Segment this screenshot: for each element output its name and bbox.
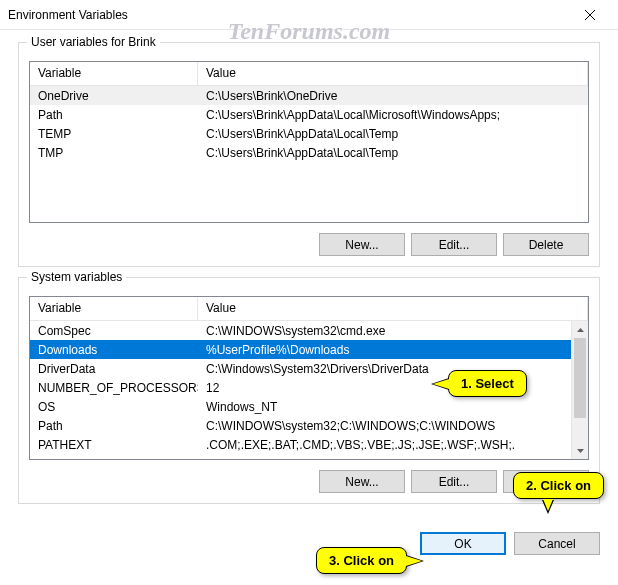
cell-variable: OneDrive xyxy=(30,88,198,104)
cell-variable: TEMP xyxy=(30,126,198,142)
cell-value: C:\Users\Brink\AppData\Local\Temp xyxy=(198,126,588,142)
system-button-row: New... Edit... Delete xyxy=(29,470,589,493)
cell-value: C:\Users\Brink\OneDrive xyxy=(198,88,588,104)
window-title: Environment Variables xyxy=(8,8,570,22)
user-variables-group: User variables for Brink Variable Value … xyxy=(18,42,600,267)
cancel-button[interactable]: Cancel xyxy=(514,532,600,555)
cell-variable: PATHEXT xyxy=(30,437,198,453)
column-header-variable[interactable]: Variable xyxy=(30,62,198,85)
cell-value: C:\WINDOWS\system32;C:\WINDOWS;C:\WINDOW… xyxy=(198,418,588,434)
cell-value: Windows_NT xyxy=(198,399,588,415)
list-row[interactable]: TMP C:\Users\Brink\AppData\Local\Temp xyxy=(30,143,588,162)
ok-button[interactable]: OK xyxy=(420,532,506,555)
system-edit-button[interactable]: Edit... xyxy=(411,470,497,493)
close-icon xyxy=(585,10,595,20)
scroll-thumb[interactable] xyxy=(574,338,586,418)
dialog-button-row: OK Cancel xyxy=(0,528,618,555)
scrollbar[interactable] xyxy=(571,321,588,459)
list-row[interactable]: ComSpec C:\WINDOWS\system32\cmd.exe xyxy=(30,321,588,340)
scroll-down-button[interactable] xyxy=(572,442,589,459)
list-row[interactable]: Path C:\WINDOWS\system32;C:\WINDOWS;C:\W… xyxy=(30,416,588,435)
annotation-click-delete: 2. Click on xyxy=(513,472,604,499)
titlebar: Environment Variables xyxy=(0,0,618,30)
list-row[interactable]: OneDrive C:\Users\Brink\OneDrive xyxy=(30,86,588,105)
annotation-click-ok: 3. Click on xyxy=(316,547,407,574)
cell-value: .COM;.EXE;.BAT;.CMD;.VBS;.VBE;.JS;.JSE;.… xyxy=(198,437,588,453)
cell-value: C:\Users\Brink\AppData\Local\Microsoft\W… xyxy=(198,107,588,123)
user-button-row: New... Edit... Delete xyxy=(29,233,589,256)
column-header-value[interactable]: Value xyxy=(198,62,588,85)
scroll-up-button[interactable] xyxy=(572,321,589,338)
cell-variable: DriverData xyxy=(30,361,198,377)
cell-variable: TMP xyxy=(30,145,198,161)
list-row[interactable]: TEMP C:\Users\Brink\AppData\Local\Temp xyxy=(30,124,588,143)
cell-value: %UserProfile%\Downloads xyxy=(198,342,588,358)
list-header: Variable Value xyxy=(30,62,588,86)
column-header-variable[interactable]: Variable xyxy=(30,297,198,320)
list-body: OneDrive C:\Users\Brink\OneDrive Path C:… xyxy=(30,86,588,162)
list-row[interactable]: PATHEXT .COM;.EXE;.BAT;.CMD;.VBS;.VBE;.J… xyxy=(30,435,588,454)
dialog-content: User variables for Brink Variable Value … xyxy=(0,30,618,528)
cell-value: C:\WINDOWS\system32\cmd.exe xyxy=(198,323,588,339)
cell-variable: Path xyxy=(30,107,198,123)
cell-variable: OS xyxy=(30,399,198,415)
list-row-selected[interactable]: Downloads %UserProfile%\Downloads xyxy=(30,340,588,359)
chevron-up-icon xyxy=(577,328,584,332)
close-button[interactable] xyxy=(570,0,610,30)
user-new-button[interactable]: New... xyxy=(319,233,405,256)
user-delete-button[interactable]: Delete xyxy=(503,233,589,256)
column-header-value[interactable]: Value xyxy=(198,297,588,320)
annotation-select: 1. Select xyxy=(448,370,527,397)
list-header: Variable Value xyxy=(30,297,588,321)
list-row[interactable]: Path C:\Users\Brink\AppData\Local\Micros… xyxy=(30,105,588,124)
system-new-button[interactable]: New... xyxy=(319,470,405,493)
chevron-down-icon xyxy=(577,449,584,453)
cell-value: 12 xyxy=(198,380,588,396)
cell-variable: NUMBER_OF_PROCESSORS xyxy=(30,380,198,396)
cell-value: C:\Users\Brink\AppData\Local\Temp xyxy=(198,145,588,161)
user-variables-list[interactable]: Variable Value OneDrive C:\Users\Brink\O… xyxy=(29,61,589,223)
cell-variable: ComSpec xyxy=(30,323,198,339)
cell-variable: Downloads xyxy=(30,342,198,358)
user-edit-button[interactable]: Edit... xyxy=(411,233,497,256)
user-variables-label: User variables for Brink xyxy=(27,35,160,49)
system-variables-label: System variables xyxy=(27,270,126,284)
cell-variable: Path xyxy=(30,418,198,434)
list-row[interactable]: OS Windows_NT xyxy=(30,397,588,416)
cell-value: C:\Windows\System32\Drivers\DriverData xyxy=(198,361,588,377)
